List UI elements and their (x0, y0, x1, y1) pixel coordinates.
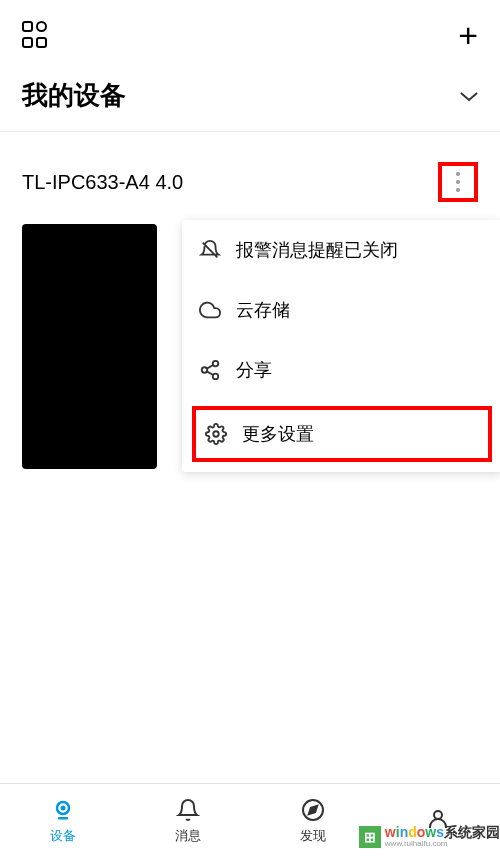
menu-item-share[interactable]: 分享 (182, 340, 500, 400)
device-card: TL-IPC633-A4 4.0 报警消息提醒已关闭 云存储 (0, 162, 500, 469)
more-options-button[interactable] (438, 162, 478, 202)
bell-off-icon (198, 238, 222, 262)
add-device-icon[interactable]: + (458, 18, 478, 52)
svg-point-7 (60, 805, 65, 810)
menu-label: 报警消息提醒已关闭 (236, 238, 398, 262)
svg-rect-8 (58, 817, 68, 820)
cloud-icon (198, 298, 222, 322)
svg-marker-10 (308, 805, 316, 813)
menu-item-alarm[interactable]: 报警消息提醒已关闭 (182, 220, 500, 280)
message-icon (175, 797, 201, 823)
nav-label: 设备 (50, 827, 76, 845)
settings-icon (204, 422, 228, 446)
menu-item-more-settings[interactable]: 更多设置 (192, 406, 492, 462)
nav-item-devices[interactable]: 设备 (0, 784, 125, 857)
chevron-down-icon[interactable] (460, 84, 478, 107)
nav-item-messages[interactable]: 消息 (125, 784, 250, 857)
menu-label: 云存储 (236, 298, 290, 322)
share-icon (198, 358, 222, 382)
device-name: TL-IPC633-A4 4.0 (22, 171, 183, 194)
device-icon (50, 797, 76, 823)
svg-point-1 (202, 367, 208, 373)
context-menu: 报警消息提醒已关闭 云存储 分享 更多设置 (182, 220, 500, 472)
svg-point-5 (213, 431, 219, 437)
svg-point-0 (213, 361, 219, 367)
nav-label: 消息 (175, 827, 201, 845)
svg-line-3 (207, 371, 213, 375)
svg-point-11 (434, 811, 442, 819)
camera-preview[interactable] (22, 224, 157, 469)
watermark-sub: www.ruihaifu.com (385, 840, 500, 849)
page-title: 我的设备 (22, 78, 126, 113)
svg-line-4 (207, 365, 213, 369)
nav-label: 发现 (300, 827, 326, 845)
layout-grid-icon[interactable] (22, 21, 50, 49)
watermark: ⊞ windows系统家园 www.ruihaifu.com (359, 825, 500, 849)
menu-label: 分享 (236, 358, 272, 382)
menu-label: 更多设置 (242, 422, 314, 446)
discover-icon (300, 797, 326, 823)
watermark-logo-icon: ⊞ (359, 826, 381, 848)
menu-item-cloud[interactable]: 云存储 (182, 280, 500, 340)
nav-item-discover[interactable]: 发现 (250, 784, 375, 857)
watermark-main: windows系统家园 (385, 825, 500, 840)
svg-point-2 (213, 374, 219, 380)
